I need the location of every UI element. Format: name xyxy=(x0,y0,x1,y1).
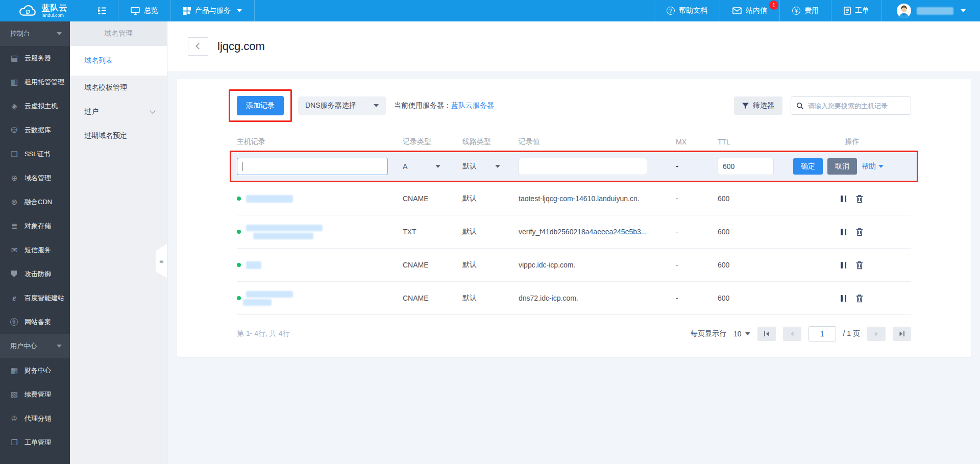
current-server-link[interactable]: 蓝队云服务器 xyxy=(451,101,494,109)
sidebar-item-object-storage[interactable]: ≣ 对象存储 xyxy=(0,214,70,238)
records-toolbar: 添加记录 DNS服务器选择 当前使用服务器：蓝队云服务器 筛选器 xyxy=(237,89,911,122)
pause-record-button[interactable] xyxy=(841,262,846,268)
sidebar-item-baidu-site-builder[interactable]: e 百度智能建站 xyxy=(0,286,70,310)
cancel-button[interactable]: 取消 xyxy=(827,158,857,175)
icp-icon: 备 xyxy=(10,318,18,326)
per-page-select[interactable]: 10 xyxy=(733,330,750,338)
sidebar-item-domain-management[interactable]: ⊕ 域名管理 xyxy=(0,166,70,190)
delete-record-button[interactable] xyxy=(855,261,864,270)
sidebar-item-cloud-server[interactable]: ▤ 云服务器 xyxy=(0,46,70,70)
first-page-button[interactable] xyxy=(757,327,776,341)
delete-record-button[interactable] xyxy=(855,228,864,236)
nav-messages[interactable]: 站内信 1 xyxy=(720,0,779,21)
edit-row-actions: 确定 取消 帮助 xyxy=(793,158,911,175)
ssl-icon: ❏ xyxy=(9,150,19,159)
grid-icon xyxy=(183,7,191,15)
trash-icon xyxy=(855,228,864,236)
submenu-collapse-handle[interactable]: ≡ xyxy=(156,244,167,278)
col-header-type: 记录类型 xyxy=(403,137,462,146)
funnel-icon xyxy=(742,103,749,109)
submenu-item-domain-list[interactable]: 域名列表 xyxy=(70,46,167,76)
line-type-cell: 默认 xyxy=(462,194,519,203)
help-dropdown[interactable]: 帮助 xyxy=(862,162,884,171)
record-value-cell: taotest-ljqcg-com-14610.landuiyun.cn. xyxy=(519,194,676,203)
sidebar-item-finance-center[interactable]: ▦ 财务中心 xyxy=(0,358,70,382)
pause-record-button[interactable] xyxy=(841,295,846,302)
nav-tickets[interactable]: 工单 xyxy=(831,0,881,21)
submenu-title: 域名管理 xyxy=(70,21,167,46)
record-value-input[interactable] xyxy=(519,158,647,175)
chevron-down-icon xyxy=(57,32,62,35)
sidebar-toggle-button[interactable] xyxy=(86,0,118,21)
filter-button-label: 筛选器 xyxy=(753,101,774,110)
add-record-button[interactable]: 添加记录 xyxy=(237,96,284,115)
dns-server-select[interactable]: DNS服务器选择 xyxy=(298,96,386,115)
help-circle-icon: ? xyxy=(667,7,675,15)
current-server-label: 当前使用服务器： xyxy=(394,101,451,109)
pause-record-button[interactable] xyxy=(841,196,846,202)
sidebar-item-sms[interactable]: ✉ 短信服务 xyxy=(0,238,70,262)
delete-record-button[interactable] xyxy=(855,194,864,203)
search-input[interactable] xyxy=(808,102,905,110)
dns-records-card: 添加记录 DNS服务器选择 当前使用服务器：蓝队云服务器 筛选器 xyxy=(177,79,971,357)
sidebar-item-hosting[interactable]: ▥ 租用托管管理 xyxy=(0,70,70,94)
mx-cell: - xyxy=(676,294,718,302)
sidebar-item-attack-defense[interactable]: 攻击防御 xyxy=(0,262,70,286)
nav-overview[interactable]: 总览 xyxy=(118,0,170,21)
current-server-info: 当前使用服务器：蓝队云服务器 xyxy=(394,101,494,110)
sidebar-section-user-center[interactable]: 用户中心 xyxy=(0,334,70,358)
sidebar-section-console[interactable]: 控制台 xyxy=(0,21,70,46)
cdn-icon: ⊗ xyxy=(9,198,19,207)
host-cell xyxy=(237,291,403,306)
filter-button[interactable]: 筛选器 xyxy=(734,96,782,115)
submenu-item-domain-templates[interactable]: 域名模板管理 xyxy=(70,76,167,100)
nav-billing[interactable]: ¥ 费用 xyxy=(779,0,831,21)
top-navbar: D 蓝队云 landui.com 总览 产品与服务 ? 帮助文档 xyxy=(0,0,980,21)
page-number-input[interactable] xyxy=(808,326,836,341)
line-type-select[interactable]: 默认 xyxy=(462,162,507,171)
mx-cell: - xyxy=(676,261,718,269)
back-button[interactable] xyxy=(188,37,208,56)
last-page-icon xyxy=(899,331,905,337)
delete-record-button[interactable] xyxy=(855,294,864,303)
row-range-text: 第 1- 4行, 共 4行 xyxy=(237,329,289,338)
row-actions xyxy=(793,261,911,270)
primary-sidebar: 控制台 ▤ 云服务器 ▥ 租用托管管理 ◈ 云虚拟主机 ⛁ 云数据库 ❏ SSL… xyxy=(0,21,70,464)
sidebar-item-ssl-cert[interactable]: ❏ SSL证书 xyxy=(0,142,70,166)
per-page-label: 每页显示行 xyxy=(691,329,726,338)
chevron-left-icon xyxy=(195,43,202,50)
sidebar-item-ticket-management[interactable]: ❐ 工单管理 xyxy=(0,430,70,454)
sidebar-item-cloud-database[interactable]: ⛁ 云数据库 xyxy=(0,118,70,142)
nav-billing-label: 费用 xyxy=(804,6,819,15)
chevron-down-icon xyxy=(57,345,62,348)
sidebar-item-renewal[interactable]: ▧ 续费管理 xyxy=(0,382,70,406)
col-header-operations: 操作 xyxy=(793,137,911,146)
confirm-button[interactable]: 确定 xyxy=(793,158,823,175)
record-value-field-wrap xyxy=(519,158,676,175)
next-page-button[interactable] xyxy=(867,327,886,341)
pause-record-button[interactable] xyxy=(841,229,846,235)
ttl-cell: 600 xyxy=(718,228,793,236)
sidebar-item-agent-distribution[interactable]: ♔ 代理分销 xyxy=(0,406,70,430)
landui-logo[interactable]: D 蓝队云 landui.com xyxy=(0,0,86,21)
ttl-input[interactable] xyxy=(718,158,774,175)
col-header-value: 记录值 xyxy=(519,137,676,146)
sidebar-item-virtual-host[interactable]: ◈ 云虚拟主机 xyxy=(0,94,70,118)
page-title: ljqcg.com xyxy=(217,40,265,53)
domain-submenu: 域名管理 域名列表 域名模板管理 过户 过期域名预定 ≡ xyxy=(70,21,167,464)
nav-products[interactable]: 产品与服务 xyxy=(170,0,254,21)
status-enabled-dot xyxy=(237,197,241,201)
nav-help-docs[interactable]: ? 帮助文档 xyxy=(654,0,720,21)
user-menu[interactable] xyxy=(881,0,980,21)
submenu-item-expired-domain-booking[interactable]: 过期域名预定 xyxy=(70,124,167,148)
submenu-item-transfer[interactable]: 过户 xyxy=(70,100,167,124)
sidebar-item-cdn[interactable]: ⊗ 融合CDN xyxy=(0,190,70,214)
last-page-button[interactable] xyxy=(893,327,911,341)
host-record-input[interactable] xyxy=(237,158,388,175)
sidebar-item-icp-filing[interactable]: 备 网站备案 xyxy=(0,310,70,334)
record-type-select[interactable]: A xyxy=(403,162,448,170)
domain-icon: ⊕ xyxy=(9,174,19,183)
sidebar-item-label: SSL证书 xyxy=(24,150,51,159)
prev-page-button[interactable] xyxy=(783,327,801,341)
landui-cloud-icon: D xyxy=(18,4,38,18)
